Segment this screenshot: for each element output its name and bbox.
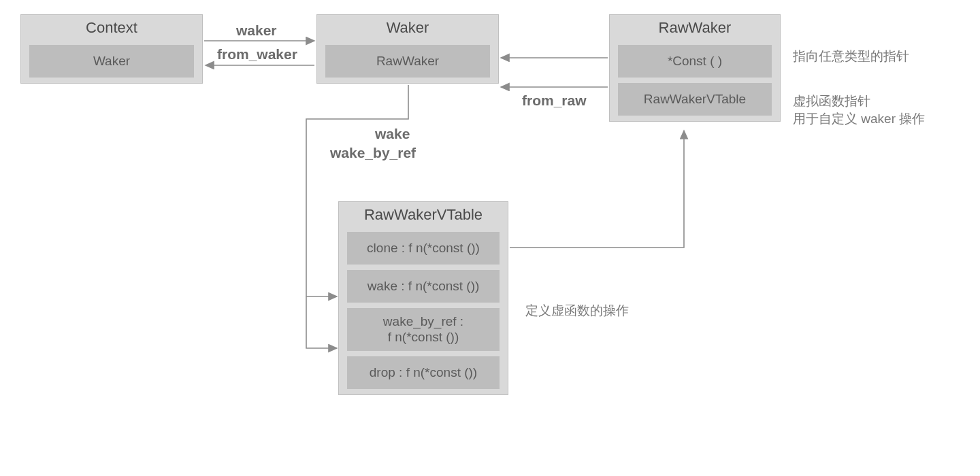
label-wake-by-ref: wake_by_ref: [330, 145, 416, 161]
waker-box: Waker RawWaker: [316, 14, 499, 84]
waker-field-rawwaker: RawWaker: [325, 45, 490, 78]
waker-title: Waker: [317, 15, 498, 39]
vtable-title: RawWakerVTable: [339, 202, 508, 226]
context-title: Context: [21, 15, 202, 39]
arrow-clone-to-rawwaker: [510, 131, 684, 248]
vtable-box: RawWakerVTable clone : f n(*const ()) wa…: [338, 201, 508, 395]
vtable-field-wake: wake : f n(*const ()): [347, 270, 500, 303]
vtable-field-wakebyref: wake_by_ref : f n(*const ()): [347, 308, 500, 352]
label-wake: wake: [375, 126, 410, 142]
arrow-waker-to-wakebyref: [306, 296, 337, 348]
label-waker: waker: [236, 22, 277, 39]
annot-ptr: 指向任意类型的指针: [793, 48, 909, 65]
rawwaker-field-const: *Const ( ): [618, 45, 772, 78]
annot-vfn2: 用于自定义 waker 操作: [793, 110, 925, 128]
rawwaker-box: RawWaker *Const ( ) RawWakerVTable: [609, 14, 781, 122]
label-from-raw: from_raw: [522, 92, 587, 109]
context-box: Context Waker: [20, 14, 203, 84]
vtable-field-clone: clone : f n(*const ()): [347, 232, 500, 265]
context-field-waker: Waker: [29, 45, 194, 78]
rawwaker-field-vtable: RawWakerVTable: [618, 83, 772, 116]
vtable-field-drop: drop : f n(*const ()): [347, 356, 500, 389]
annot-def: 定义虚函数的操作: [525, 302, 629, 320]
label-from-waker: from_waker: [217, 46, 297, 63]
rawwaker-title: RawWaker: [610, 15, 780, 39]
annot-vfn1: 虚拟函数指针: [793, 92, 870, 110]
